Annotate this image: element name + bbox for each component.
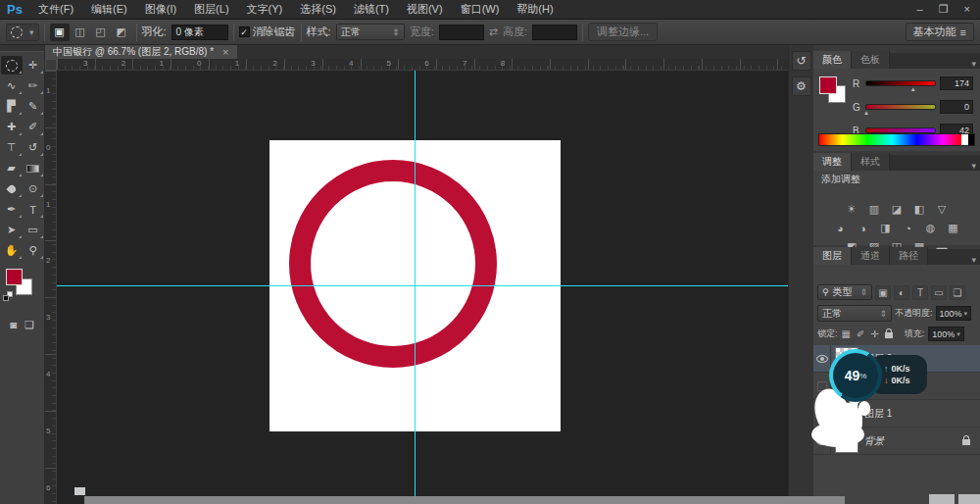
curves-adjustment-icon[interactable]: ◪ xyxy=(889,202,905,217)
red-ring-shape[interactable] xyxy=(289,160,497,368)
tool-eyedropper[interactable]: ✎ xyxy=(23,97,44,116)
menu-item[interactable]: 滤镜(T) xyxy=(345,2,398,17)
panel-tab-样式[interactable]: 样式 xyxy=(852,153,890,171)
properties-panel-button[interactable]: ⚙ xyxy=(792,76,811,96)
channel-value[interactable]: 0 xyxy=(940,100,973,114)
add-selection-button[interactable]: ◫ xyxy=(71,24,90,41)
lock-position-icon[interactable]: ✛ xyxy=(870,328,878,339)
menu-item[interactable]: 文件(F) xyxy=(29,2,82,17)
panel-tab-路径[interactable]: 路径 xyxy=(890,247,928,265)
fill-value[interactable]: 100% ▾ xyxy=(928,327,964,341)
tool-history-brush[interactable]: ↺ xyxy=(23,138,44,157)
horizontal-guide[interactable] xyxy=(57,285,788,286)
progress-badge[interactable]: 49 % xyxy=(829,349,882,402)
workspace-switcher[interactable]: 基本功能 ≡ xyxy=(906,23,974,41)
panel-foreground-swatch[interactable] xyxy=(819,76,837,94)
black-white-adjustment-icon[interactable]: ◨ xyxy=(878,221,894,235)
tool-clone-stamp[interactable]: ⊤ xyxy=(1,138,23,157)
tool-move[interactable]: ✛ xyxy=(23,56,44,75)
antialias-checkbox[interactable]: ✓ xyxy=(239,26,250,37)
ruler-corner[interactable] xyxy=(45,59,57,71)
panel-menu-icon[interactable]: ▾ xyxy=(971,161,980,171)
color-spectrum-bar[interactable] xyxy=(818,133,975,146)
panel-tab-通道[interactable]: 通道 xyxy=(852,247,890,265)
close-button[interactable]: × xyxy=(964,3,970,16)
height-input[interactable] xyxy=(532,25,577,40)
levels-adjustment-icon[interactable]: ▥ xyxy=(866,202,882,217)
tool-zoom[interactable]: ⚲ xyxy=(23,241,44,260)
channel-slider[interactable]: ▲ xyxy=(865,104,936,110)
menu-item[interactable]: 窗口(W) xyxy=(452,2,509,17)
lock-all-icon[interactable] xyxy=(885,328,893,340)
tool-type[interactable]: T xyxy=(23,200,44,219)
blend-mode-dropdown[interactable]: 正常 ⇕ xyxy=(817,305,892,322)
layer-filter-dropdown[interactable]: ⚲ 类型 ⇕ xyxy=(817,284,872,300)
panel-tab-图层[interactable]: 图层 xyxy=(813,247,852,265)
menu-item[interactable]: 视图(V) xyxy=(398,2,452,17)
foreground-color-swatch[interactable] xyxy=(6,269,23,285)
tool-crop[interactable]: ▛ xyxy=(1,97,23,116)
vertical-guide[interactable] xyxy=(415,71,416,504)
tools-panel-grip[interactable] xyxy=(0,45,44,52)
panel-tab-调整[interactable]: 调整 xyxy=(813,153,852,171)
menu-item[interactable]: 帮助(H) xyxy=(508,2,562,17)
tool-dodge[interactable]: ⊙ xyxy=(23,179,44,198)
quick-mask-button[interactable]: ◙ xyxy=(10,319,17,331)
tool-lasso[interactable]: ∿ xyxy=(1,76,23,95)
panel-tab-颜色[interactable]: 颜色 xyxy=(813,51,852,69)
intersect-selection-button[interactable]: ◩ xyxy=(112,24,131,41)
panel-menu-icon[interactable]: ▾ xyxy=(971,59,980,69)
exposure-adjustment-icon[interactable]: ◧ xyxy=(911,202,927,217)
photo-filter-adjustment-icon[interactable]: ◔ xyxy=(901,221,916,235)
tool-preset-picker[interactable]: ▾ xyxy=(6,24,39,41)
tool-rectangle-shape[interactable]: ▭ xyxy=(23,221,44,239)
minimize-button[interactable]: – xyxy=(917,3,923,16)
tool-ellipse-marquee[interactable] xyxy=(1,56,23,75)
feather-input[interactable]: 0 像素 xyxy=(172,25,228,40)
tool-blur[interactable] xyxy=(1,179,23,198)
screen-mode-button[interactable]: ❏ xyxy=(24,319,34,331)
document-tab[interactable]: 中国银行 @ 66.7% (图层 2, RGB/8) * × xyxy=(45,45,237,59)
menu-item[interactable]: 文字(Y) xyxy=(238,2,292,17)
restore-button[interactable]: ❐ xyxy=(939,3,949,16)
type-filter-icon[interactable]: T xyxy=(912,285,928,300)
width-input[interactable] xyxy=(439,25,484,40)
visibility-toggle[interactable] xyxy=(813,345,831,373)
default-colors-icon[interactable] xyxy=(3,291,14,302)
subtract-selection-button[interactable]: ◰ xyxy=(91,24,111,41)
tool-eraser[interactable]: ▰ xyxy=(1,159,23,177)
menu-item[interactable]: 图像(I) xyxy=(136,2,185,17)
channel-mixer-adjustment-icon[interactable]: ◍ xyxy=(923,221,939,235)
shape-filter-icon[interactable]: ▭ xyxy=(931,285,947,300)
lock-paint-icon[interactable]: ✐ xyxy=(857,328,864,339)
hue-saturation-adjustment-icon[interactable]: ◕ xyxy=(833,221,849,235)
tool-gradient[interactable] xyxy=(23,159,44,177)
channel-slider[interactable]: ▲ xyxy=(865,80,936,86)
color-balance-adjustment-icon[interactable]: ◑ xyxy=(856,221,871,235)
smartobject-filter-icon[interactable]: ❏ xyxy=(950,285,965,300)
vertical-ruler[interactable]: 10123456 xyxy=(45,71,57,504)
channel-value[interactable]: 174 xyxy=(940,76,973,90)
slider-thumb[interactable]: ▲ xyxy=(910,86,916,92)
adjustment-filter-icon[interactable]: ◐ xyxy=(894,285,909,300)
history-panel-button[interactable]: ↺ xyxy=(792,51,811,71)
lock-transparency-icon[interactable]: ▦ xyxy=(842,328,851,339)
color-lookup-adjustment-icon[interactable]: ▦ xyxy=(946,221,961,235)
panel-menu-icon[interactable]: ▾ xyxy=(971,255,980,265)
menu-item[interactable]: 图层(L) xyxy=(185,2,237,17)
style-dropdown[interactable]: 正常 ⇕ xyxy=(336,24,405,40)
opacity-value[interactable]: 100% ▾ xyxy=(936,306,972,321)
tool-path-selection[interactable]: ➤ xyxy=(1,221,23,239)
new-selection-button[interactable]: ▣ xyxy=(50,24,70,41)
brightness-contrast-adjustment-icon[interactable]: ☀ xyxy=(844,202,859,217)
tool-pen[interactable]: ✒ xyxy=(1,200,23,219)
slider-thumb[interactable]: ▲ xyxy=(863,110,869,116)
tool-quick-selection[interactable]: ✏ xyxy=(23,76,44,95)
pixel-filter-icon[interactable]: ▣ xyxy=(875,285,891,300)
vibrance-adjustment-icon[interactable]: ▽ xyxy=(934,202,950,217)
link-dimensions-icon[interactable]: ⇄ xyxy=(489,25,498,38)
menu-item[interactable]: 编辑(E) xyxy=(82,2,136,17)
tool-hand[interactable]: ✋ xyxy=(1,241,23,260)
horizontal-ruler[interactable]: 321012345678 xyxy=(57,59,788,71)
tool-spot-healing-brush[interactable]: ✚ xyxy=(1,118,23,136)
